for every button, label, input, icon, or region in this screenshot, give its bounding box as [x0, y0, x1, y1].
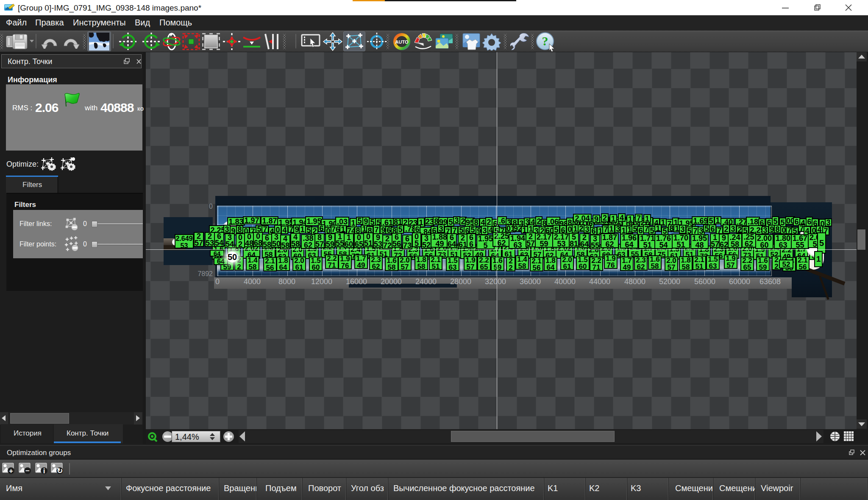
- svg-text:−: −: [25, 467, 30, 475]
- svg-text:i: i: [43, 467, 45, 475]
- svg-text:?: ?: [542, 34, 548, 48]
- svg-text:AUTO: AUTO: [395, 39, 409, 45]
- svg-text:↻: ↻: [57, 467, 63, 475]
- svg-text:+: +: [9, 467, 13, 475]
